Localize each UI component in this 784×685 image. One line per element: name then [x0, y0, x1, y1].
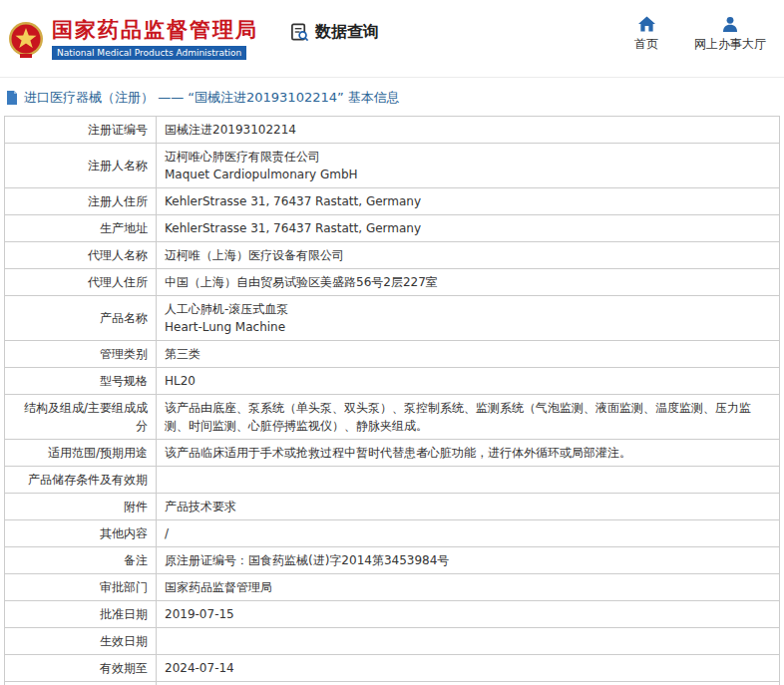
header-nav: 首页 网上办事大厅: [634, 16, 766, 53]
agency-logo[interactable]: 国家药品监督管理局 National Medical Products Admi…: [8, 19, 258, 60]
nav-item-service-hall[interactable]: 网上办事大厅: [694, 16, 766, 53]
row-value: 国家药品监督管理局: [157, 574, 780, 601]
row-label: 其他内容: [5, 520, 157, 547]
national-emblem-icon: [8, 20, 44, 60]
row-label: 型号规格: [5, 368, 157, 395]
site-header: 国家药品监督管理局 National Medical Products Admi…: [0, 0, 784, 78]
table-row: 注册人名称 迈柯唯心肺医疗有限责任公司 Maquet Cardiopulmona…: [5, 144, 780, 188]
agency-name-en: National Medical Products Administration: [52, 46, 246, 60]
row-label: 生效日期: [5, 628, 157, 655]
row-label: 产品名称: [5, 296, 157, 341]
agency-name-zh: 国家药品监督管理局: [52, 19, 258, 42]
row-value: 2019-07-15: [157, 601, 780, 628]
home-icon: [638, 16, 655, 32]
table-row: 备注 原注册证编号：国食药监械(进)字2014第3453984号: [5, 547, 780, 574]
row-value: [157, 628, 780, 655]
row-label: 代理人住所: [5, 269, 157, 296]
row-value: /: [157, 520, 780, 547]
row-value: KehlerStrasse 31, 76437 Rastatt, Germany: [157, 188, 780, 215]
row-label: 注册证编号: [5, 117, 157, 144]
row-value: 迈柯唯（上海）医疗设备有限公司: [157, 242, 780, 269]
row-value: 第三类: [157, 341, 780, 368]
table-row: 管理类别 第三类: [5, 341, 780, 368]
page-title-text: 进口医疗器械（注册） —— “国械注进20193102214” 基本信息: [24, 89, 400, 107]
row-value: HL20: [157, 368, 780, 395]
row-label: 审批部门: [5, 574, 157, 601]
row-label: 结构及组成/主要组成成分: [5, 395, 157, 440]
row-label: 适用范围/预期用途: [5, 440, 157, 467]
row-value: 原注册证编号：国食药监械(进)字2014第3453984号: [157, 547, 780, 574]
row-value: 该产品由底座、泵系统（单头泵、双头泵）、泵控制系统、监测系统（气泡监测、液面监测…: [157, 395, 780, 440]
table-row: 产品名称 人工心肺机-滚压式血泵 Heart-Lung Machine: [5, 296, 780, 341]
registration-info-table: 注册证编号 国械注进20193102214 注册人名称 迈柯唯心肺医疗有限责任公…: [4, 116, 780, 685]
row-value: 2016-01-21 “注册人名称：MAQUET Cardiopulmonary…: [157, 682, 780, 685]
table-row: 注册人住所 KehlerStrasse 31, 76437 Rastatt, G…: [5, 188, 780, 215]
table-row: 审批部门 国家药品监督管理局: [5, 574, 780, 601]
table-row: 批准日期 2019-07-15: [5, 601, 780, 628]
data-query-label: 数据查询: [315, 22, 379, 43]
nav-home-label: 首页: [634, 36, 658, 53]
table-row: 其他内容 /: [5, 520, 780, 547]
row-label: 备注: [5, 547, 157, 574]
row-label: 生产地址: [5, 215, 157, 242]
table-row: 代理人住所 中国（上海）自由贸易试验区美盛路56号2层227室: [5, 269, 780, 296]
page-title: 进口医疗器械（注册） —— “国械注进20193102214” 基本信息: [0, 78, 784, 116]
table-row: 生产地址 KehlerStrasse 31, 76437 Rastatt, Ge…: [5, 215, 780, 242]
row-value: 该产品临床适用于手术或抢救过程中暂时代替患者心脏功能，进行体外循环或局部灌注。: [157, 440, 780, 467]
row-value: 中国（上海）自由贸易试验区美盛路56号2层227室: [157, 269, 780, 296]
row-label: 附件: [5, 494, 157, 520]
table-row: 适用范围/预期用途 该产品临床适用于手术或抢救过程中暂时代替患者心脏功能，进行体…: [5, 440, 780, 467]
info-table-body: 注册证编号 国械注进20193102214 注册人名称 迈柯唯心肺医疗有限责任公…: [5, 117, 780, 685]
document-icon: [6, 91, 18, 105]
row-value: 产品技术要求: [157, 494, 780, 520]
table-row: 变更情况 2016-01-21 “注册人名称：MAQUET Cardiopulm…: [5, 682, 780, 685]
row-value: 国械注进20193102214: [157, 117, 780, 144]
table-row: 有效期至 2024-07-14: [5, 655, 780, 682]
table-row: 产品储存条件及有效期: [5, 467, 780, 494]
row-label: 变更情况: [5, 682, 157, 685]
row-value: [157, 467, 780, 494]
data-query-menu[interactable]: 数据查询: [290, 22, 379, 43]
table-row: 生效日期: [5, 628, 780, 655]
data-query-icon: [290, 23, 309, 42]
table-row: 型号规格 HL20: [5, 368, 780, 395]
table-row: 附件 产品技术要求: [5, 494, 780, 520]
person-icon: [722, 16, 738, 32]
table-row: 代理人名称 迈柯唯（上海）医疗设备有限公司: [5, 242, 780, 269]
row-value: 2024-07-14: [157, 655, 780, 682]
row-label: 批准日期: [5, 601, 157, 628]
table-row: 注册证编号 国械注进20193102214: [5, 117, 780, 144]
row-label: 注册人住所: [5, 188, 157, 215]
row-value: 人工心肺机-滚压式血泵 Heart-Lung Machine: [157, 296, 780, 341]
row-label: 有效期至: [5, 655, 157, 682]
nav-service-hall-label: 网上办事大厅: [694, 36, 766, 53]
nav-item-home[interactable]: 首页: [634, 16, 658, 53]
agency-title: 国家药品监督管理局 National Medical Products Admi…: [52, 19, 258, 60]
row-label: 管理类别: [5, 341, 157, 368]
row-label: 注册人名称: [5, 144, 157, 188]
row-value: KehlerStrasse 31, 76437 Rastatt, Germany: [157, 215, 780, 242]
row-value: 迈柯唯心肺医疗有限责任公司 Maquet Cardiopulmonary Gmb…: [157, 144, 780, 188]
table-row: 结构及组成/主要组成成分 该产品由底座、泵系统（单头泵、双头泵）、泵控制系统、监…: [5, 395, 780, 440]
row-label: 产品储存条件及有效期: [5, 467, 157, 494]
row-label: 代理人名称: [5, 242, 157, 269]
